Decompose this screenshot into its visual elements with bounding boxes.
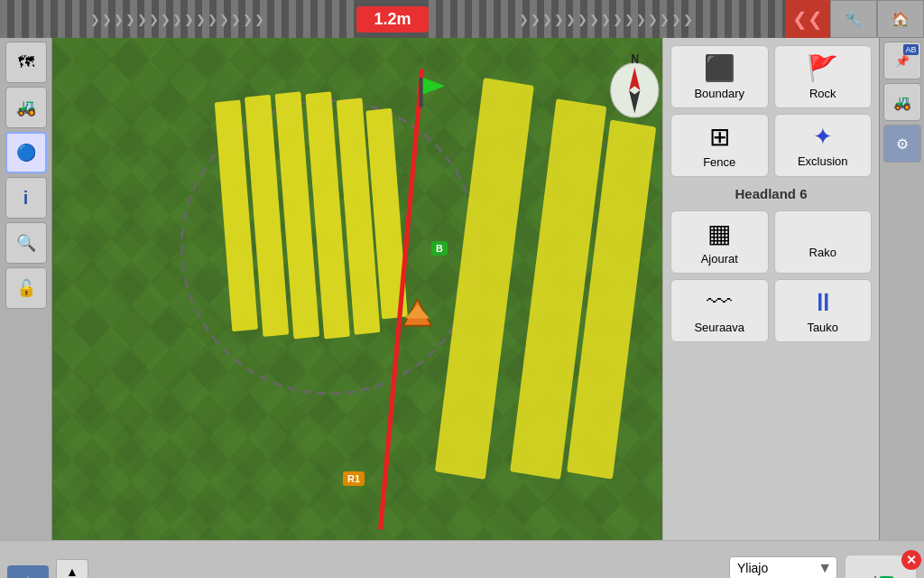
boundary-btn[interactable]: ⬛ Boundary <box>670 45 769 108</box>
exclusion-label: Exclusion <box>798 154 848 168</box>
map-area[interactable]: N B R1 <box>52 38 662 540</box>
layers-icon[interactable]: 📋 <box>7 565 49 579</box>
top-btn-grid: ⬛ Boundary 🚩 Rock ⊞ Fence ✦ Exclusion <box>670 45 872 177</box>
red-arrows[interactable]: ❮❮ <box>785 0 830 38</box>
sidebar-map-view[interactable]: 🗺 <box>5 42 47 83</box>
svg-text:N: N <box>631 51 639 66</box>
tools-button[interactable]: 🔧 <box>830 0 877 38</box>
sidebar-lock[interactable]: 🔓 <box>5 267 47 309</box>
map-svg: N <box>52 38 662 540</box>
ajourat-label: Ajourat <box>701 252 738 266</box>
far-right-panel: 📌 AB 🚜 ⚙ <box>879 38 924 540</box>
left-sidebar: 🗺 🚜 🔵 i 🔍 🔓 <box>0 38 52 540</box>
left-arrows: ❯❯❯❯❯❯❯❯❯❯❯❯❯❯❯ <box>0 0 356 38</box>
seuraava-btn[interactable]: 〰 Seuraava <box>670 279 769 342</box>
fence-btn[interactable]: ⊞ Fence <box>670 114 769 177</box>
seuraava-label: Seuraava <box>694 321 744 334</box>
sidebar-vehicle[interactable]: 🔵 <box>5 132 47 173</box>
boundary-label: Boundary <box>694 87 744 100</box>
pin-ab-button[interactable]: 📌 AB <box>883 42 921 79</box>
fence-label: Fence <box>703 155 735 169</box>
tauko-btn[interactable]: ⏸ Tauko <box>774 279 873 342</box>
dropdown-row: Yliajo Option 2 ▼ <box>112 556 837 579</box>
marker-b: B <box>431 241 448 256</box>
tractor-tool-button[interactable]: 🚜 <box>883 83 921 121</box>
home-button[interactable]: 🏠 <box>877 0 924 38</box>
sidebar-search[interactable]: 🔍 <box>5 222 47 264</box>
fence-icon: ⊞ <box>709 122 730 152</box>
cancel-action-button[interactable]: 🚜 ✕ <box>845 555 917 579</box>
tauko-label: Tauko <box>807 321 838 334</box>
bottom-center: Yliajo Option 2 ▼ 1x 2x 3x 4x <box>112 556 837 579</box>
distance-badge: 1.2m <box>356 6 429 33</box>
left-arrow-strip: ❯❯❯❯❯❯❯❯❯❯❯❯❯❯❯ <box>90 13 266 26</box>
tractor-cancel-icon: 🚜 <box>863 569 899 579</box>
right-panel: ⬛ Boundary 🚩 Rock ⊞ Fence ✦ Exclusion He… <box>662 38 879 540</box>
sidebar-tractor[interactable]: 🚜 <box>5 87 47 128</box>
right-arrows: ❯❯❯❯❯❯❯❯❯❯❯❯❯❯❯ <box>429 0 785 38</box>
exclusion-icon: ✦ <box>813 123 833 151</box>
rako-btn[interactable]: Rako <box>774 210 873 274</box>
seuraava-icon: 〰 <box>707 287 732 317</box>
cancel-badge: ✕ <box>901 550 921 570</box>
bottom-bar: 📋 ▲ ▼ - Yliajo Option 2 ▼ 1x 2x 3x 4x <box>0 540 924 578</box>
rock-btn[interactable]: 🚩 Rock <box>774 45 873 108</box>
exclusion-btn[interactable]: ✦ Exclusion <box>774 114 873 177</box>
marker-r1: R1 <box>343 471 365 486</box>
rock-icon: 🚩 <box>807 53 838 83</box>
ajourat-btn[interactable]: ▦ Ajourat <box>670 210 769 274</box>
up-button[interactable]: ▲ <box>56 559 88 579</box>
up-down-controls: ▲ ▼ <box>56 559 88 579</box>
headland-title: Headland 6 <box>670 182 872 205</box>
settings-button[interactable]: ⚙ <box>883 125 921 163</box>
main-area: 🗺 🚜 🔵 i 🔍 🔓 <box>0 38 924 540</box>
rako-label: Rako <box>809 246 836 259</box>
rako-icon <box>817 226 829 242</box>
rock-label: Rock <box>809 87 836 100</box>
bottom-btn-grid: ▦ Ajourat Rako 〰 Seuraava ⏸ Tauko <box>670 210 872 342</box>
tauko-icon: ⏸ <box>810 287 836 317</box>
sidebar-info[interactable]: i <box>5 177 47 219</box>
boundary-icon: ⬛ <box>704 53 735 83</box>
svg-rect-17 <box>420 78 423 107</box>
right-arrow-strip: ❯❯❯❯❯❯❯❯❯❯❯❯❯❯❯ <box>519 13 695 26</box>
ajourat-icon: ▦ <box>707 219 731 248</box>
mode-dropdown[interactable]: Yliajo Option 2 <box>729 556 837 579</box>
top-bar: ❯❯❯❯❯❯❯❯❯❯❯❯❯❯❯ 1.2m ❯❯❯❯❯❯❯❯❯❯❯❯❯❯❯ ❮❮ … <box>0 0 924 38</box>
